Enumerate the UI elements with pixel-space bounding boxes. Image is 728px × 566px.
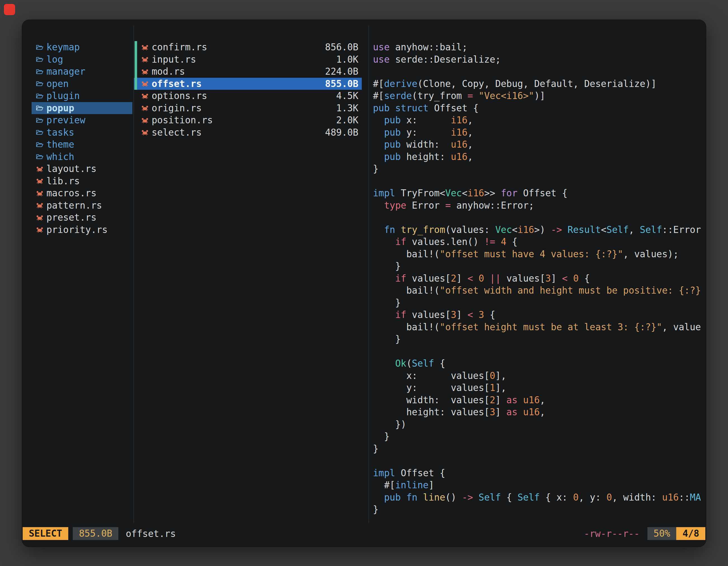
- code-line: }: [373, 430, 703, 443]
- file-row-theme[interactable]: theme: [32, 139, 132, 151]
- rust-crab-icon: [141, 81, 149, 87]
- code-line: bail!("offset must have 4 values: {:?}",…: [373, 248, 703, 261]
- code-line: }: [373, 163, 703, 175]
- file-row-preview[interactable]: preview: [32, 114, 132, 126]
- folder-open-icon: [36, 93, 43, 99]
- file-row-mod.rs[interactable]: mod.rs224.0B: [134, 65, 362, 78]
- file-name: offset.rs: [152, 78, 202, 90]
- file-name: open: [46, 78, 69, 90]
- file-size: 855.0B: [325, 78, 358, 90]
- rust-crab-icon: [36, 178, 43, 184]
- folder-open-icon: [36, 129, 43, 135]
- file-row-open[interactable]: open: [32, 78, 132, 90]
- file-name: tasks: [46, 126, 74, 139]
- code-line: height: values[3] as u16,: [373, 406, 703, 418]
- status-filename: offset.rs: [126, 528, 176, 539]
- folder-open-icon: [36, 142, 43, 148]
- file-name: mod.rs: [152, 65, 185, 78]
- file-row-position.rs[interactable]: position.rs2.0K: [134, 114, 362, 126]
- code-line: pub struct Offset {: [373, 102, 703, 114]
- code-line: }): [373, 418, 703, 431]
- code-line: [373, 345, 703, 358]
- file-name: which: [46, 151, 74, 163]
- recording-indicator: [4, 4, 15, 15]
- folder-open-icon: [36, 81, 43, 87]
- folder-open-icon: [36, 105, 43, 111]
- file-row-layout.rs[interactable]: layout.rs: [32, 163, 132, 175]
- file-row-origin.rs[interactable]: origin.rs1.3K: [134, 102, 362, 114]
- file-name: manager: [46, 65, 85, 78]
- rust-crab-icon: [141, 44, 149, 50]
- code-line: if values.len() != 4 {: [373, 236, 703, 248]
- file-row-manager[interactable]: manager: [32, 65, 132, 78]
- code-line: bail!("offset height must be at least 3:…: [373, 321, 703, 333]
- folder-open-icon: [36, 117, 43, 123]
- rust-crab-icon: [36, 190, 43, 196]
- file-row-tasks[interactable]: tasks: [32, 126, 132, 139]
- file-name: theme: [46, 139, 74, 151]
- file-row-macros.rs[interactable]: macros.rs: [32, 187, 132, 200]
- code-line: y: values[1],: [373, 382, 703, 394]
- code-line: pub height: u16,: [373, 151, 703, 163]
- code-line: type Error = anyhow::Error;: [373, 200, 703, 212]
- code-line: if values[3] < 3 {: [373, 309, 703, 321]
- mode-badge: SELECT: [23, 527, 68, 540]
- terminal-window: keymaplogmanageropenpluginpopuppreviewta…: [22, 20, 706, 547]
- file-row-select.rs[interactable]: select.rs489.0B: [134, 126, 362, 139]
- file-row-plugin[interactable]: plugin: [32, 90, 132, 102]
- file-row-lib.rs[interactable]: lib.rs: [32, 175, 132, 187]
- code-line: impl TryFrom<Vec<i16>> for Offset {: [373, 187, 703, 200]
- code-line: Ok(Self {: [373, 357, 703, 370]
- code-line: }: [373, 260, 703, 273]
- rust-crab-icon: [36, 227, 43, 233]
- current-pane: confirm.rs856.0Binput.rs1.0Kmod.rs224.0B…: [134, 41, 362, 139]
- code-line: pub y: i16,: [373, 126, 703, 139]
- file-row-popup[interactable]: popup: [32, 102, 132, 114]
- rust-crab-icon: [36, 215, 43, 221]
- file-name: lib.rs: [46, 175, 80, 187]
- code-line: pub fn line() -> Self { Self { x: 0, y: …: [373, 491, 703, 504]
- file-row-confirm.rs[interactable]: confirm.rs856.0B: [134, 41, 362, 53]
- code-line: }: [373, 333, 703, 345]
- status-bar: SELECT 855.0B offset.rs -rw-r--r-- 50% 4…: [22, 527, 706, 540]
- code-line: }: [373, 297, 703, 309]
- rust-crab-icon: [141, 129, 149, 135]
- code-line: }: [373, 443, 703, 455]
- file-row-pattern.rs[interactable]: pattern.rs: [32, 200, 132, 212]
- file-name: preset.rs: [46, 212, 97, 224]
- code-line: pub width: u16,: [373, 139, 703, 151]
- file-name: preview: [46, 114, 85, 126]
- file-name: input.rs: [152, 53, 196, 66]
- file-size: 1.3K: [336, 102, 358, 114]
- folder-open-icon: [36, 154, 43, 160]
- file-name: keymap: [46, 41, 80, 53]
- file-name: origin.rs: [152, 102, 202, 114]
- file-name: log: [46, 53, 63, 66]
- code-line: #[derive(Clone, Copy, Debug, Default, De…: [373, 78, 703, 90]
- code-line: [373, 65, 703, 78]
- cursor-position-badge: 4/8: [676, 527, 705, 540]
- code-line: impl Offset {: [373, 467, 703, 479]
- file-row-offset.rs[interactable]: offset.rs855.0B: [134, 78, 362, 90]
- code-line: if values[2] < 0 || values[3] < 0 {: [373, 273, 703, 285]
- file-name: macros.rs: [46, 187, 97, 200]
- scroll-percent-badge: 50%: [647, 527, 677, 540]
- file-row-preset.rs[interactable]: preset.rs: [32, 212, 132, 224]
- folder-open-icon: [36, 44, 43, 50]
- file-size: 2.0K: [336, 114, 358, 126]
- file-name: confirm.rs: [152, 41, 207, 53]
- preview-pane: use anyhow::bail;use serde::Deserialize;…: [373, 41, 703, 516]
- file-row-keymap[interactable]: keymap: [32, 41, 132, 53]
- rust-crab-icon: [141, 105, 149, 111]
- code-line: [373, 455, 703, 467]
- file-name: position.rs: [152, 114, 213, 126]
- file-row-input.rs[interactable]: input.rs1.0K: [134, 53, 362, 66]
- file-row-log[interactable]: log: [32, 53, 132, 66]
- file-row-which[interactable]: which: [32, 151, 132, 163]
- rust-crab-icon: [36, 166, 43, 172]
- file-row-priority.rs[interactable]: priority.rs: [32, 224, 132, 236]
- file-permissions: -rw-r--r--: [584, 528, 640, 539]
- file-row-options.rs[interactable]: options.rs4.5K: [134, 90, 362, 102]
- folder-open-icon: [36, 56, 43, 62]
- code-line: width: values[2] as u16,: [373, 394, 703, 406]
